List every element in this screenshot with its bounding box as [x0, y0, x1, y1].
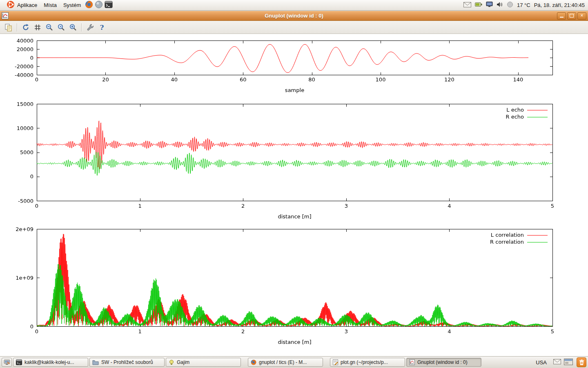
grid-icon	[33, 23, 42, 31]
places-menu-label: Místa	[44, 2, 57, 8]
close-button[interactable]: ×	[577, 12, 586, 20]
taskbar-tray	[553, 359, 573, 366]
maximize-button[interactable]	[567, 12, 576, 20]
ubuntu-logo-icon	[7, 0, 15, 10]
question-mark-icon: ?	[100, 23, 104, 31]
wrench-icon	[86, 23, 94, 31]
toolbar-separator-2	[81, 23, 82, 31]
replot-icon	[22, 23, 30, 31]
task-firefox-gnuplot-tics[interactable]: gnuplot / tics (E) - M...	[248, 358, 323, 367]
firefox-launcher[interactable]	[84, 0, 94, 10]
task-gajim[interactable]: Gajim	[166, 358, 241, 367]
task-label: Gnuplot (window id : 0)	[417, 359, 468, 365]
power-manager-icon[interactable]	[475, 2, 482, 8]
weather-icon[interactable]	[507, 1, 513, 9]
task-file-browser[interactable]: SW - Prohlížeč souborů	[89, 358, 165, 367]
show-desktop-button[interactable]	[2, 358, 12, 367]
zoom-out-icon	[45, 23, 53, 31]
copy-icon	[4, 23, 13, 31]
help-button[interactable]: ?	[96, 22, 107, 33]
task-label: plot.gn (~/projects/p...	[341, 359, 388, 365]
minimize-icon	[560, 17, 564, 18]
show-desktop-icon	[4, 359, 10, 365]
gnuplot-window: Gnuplot (window id : 0) ×	[0, 11, 588, 356]
help-launcher[interactable]	[94, 0, 104, 10]
help-icon	[95, 0, 103, 10]
clock[interactable]: Pá, 18. září, 21:40:45	[534, 2, 585, 8]
folder-icon	[92, 360, 99, 365]
system-menu[interactable]: Systém	[60, 1, 84, 9]
weather-temperature[interactable]: 17 °C	[517, 2, 530, 8]
places-menu[interactable]: Místa	[40, 1, 60, 9]
settings-button[interactable]	[85, 22, 96, 33]
window-title: Gnuplot (window id : 0)	[0, 13, 588, 19]
trash-applet[interactable]	[577, 357, 586, 367]
applications-menu[interactable]: Aplikace	[3, 0, 40, 11]
task-plot-gn-editor[interactable]: plot.gn (~/projects/p...	[330, 358, 405, 367]
replot-button[interactable]	[20, 22, 31, 33]
system-menu-label: Systém	[63, 2, 81, 8]
panel-tray: 17 °C Pá, 18. září, 21:40:45	[463, 1, 585, 9]
task-label: gnuplot / tics (E) - M...	[259, 359, 307, 365]
titlebar[interactable]: Gnuplot (window id : 0) ×	[0, 11, 588, 21]
terminal-launcher[interactable]	[104, 0, 114, 10]
toggle-grid-button[interactable]	[32, 22, 43, 33]
zoom-previous-button[interactable]	[56, 22, 67, 33]
window-buttons: ×	[557, 12, 586, 20]
gnuplot-icon	[409, 359, 415, 365]
terminal-icon	[105, 1, 113, 9]
display-settings-icon[interactable]	[486, 2, 493, 9]
volume-icon[interactable]	[497, 2, 503, 9]
gajim-icon	[169, 359, 174, 365]
taskbar: kaklik@kaklik-kolej-u... SW - Prohlížeč …	[0, 356, 588, 368]
applications-menu-label: Aplikace	[17, 2, 37, 8]
firefox-icon	[85, 0, 93, 10]
task-terminal[interactable]: kaklik@kaklik-kolej-u...	[13, 358, 88, 367]
toolbar-separator	[17, 23, 17, 31]
keyboard-layout-indicator[interactable]: USA	[532, 359, 550, 366]
trash-icon	[579, 359, 584, 366]
mail-notification-icon[interactable]	[463, 2, 471, 9]
plot-client-area	[0, 34, 588, 357]
minimize-button[interactable]	[557, 12, 566, 20]
zoom-in-icon	[69, 23, 77, 31]
terminal-icon	[16, 359, 22, 365]
zoom-in-button[interactable]	[67, 22, 78, 33]
copy-to-clipboard-button[interactable]	[3, 22, 14, 33]
task-label: SW - Prohlížeč souborů	[101, 359, 153, 365]
zoom-previous-icon	[57, 23, 65, 31]
plots-canvas[interactable]	[0, 34, 588, 357]
gnuplot-window-icon	[2, 12, 9, 19]
workspace-switcher[interactable]	[564, 359, 573, 366]
task-label: kaklik@kaklik-kolej-u...	[24, 359, 74, 365]
close-icon: ×	[580, 13, 583, 19]
zoom-out-button[interactable]	[44, 22, 55, 33]
text-editor-icon	[333, 359, 338, 365]
toolbar: ?	[0, 21, 588, 34]
task-label: Gajim	[177, 359, 189, 365]
firefox-icon	[251, 359, 256, 365]
top-panel: Aplikace Místa Systém	[0, 0, 588, 11]
task-gnuplot-window[interactable]: Gnuplot (window id : 0)	[406, 358, 481, 367]
mail-icon[interactable]	[553, 359, 561, 366]
maximize-icon	[570, 14, 574, 18]
